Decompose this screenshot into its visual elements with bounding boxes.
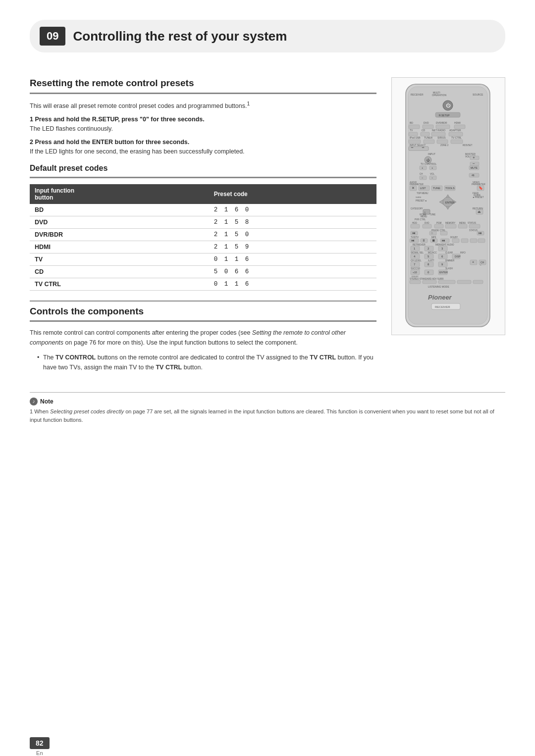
svg-text:CD: CD [422,129,426,132]
svg-text:A.ATT: A.ATT [428,259,434,262]
table-row: CD5 0 6 6 [30,265,376,278]
svg-text:MC/ACC: MC/ACC [428,252,437,254]
input-function-cell: DVD [30,216,209,228]
svg-rect-21 [421,132,429,136]
chapter-header: 09 Controlling the rest of your system [30,20,505,52]
svg-text:−: − [473,161,475,166]
svg-text:HDMI: HDMI [454,121,461,124]
svg-text:−: − [431,176,433,179]
note-text: 1 When Selecting preset codes directly o… [30,407,505,424]
svg-text:MIDNIGHT AUDIO: MIDNIGHT AUDIO [435,244,454,246]
svg-rect-181 [438,280,455,284]
svg-text:LIST: LIST [420,187,426,190]
svg-rect-117 [440,231,447,235]
svg-text:INPUT: INPUT [428,152,435,155]
remote-svg: RECEIVER MULTI OPERATION SOURCE ⏻ R.SETU… [396,82,500,329]
svg-text:ADAPTER: ADAPTER [449,129,461,132]
page-number-area: 82 En [30,737,50,756]
svg-text:STATUS: STATUS [469,229,478,232]
svg-text:MENU: MENU [459,222,466,224]
page-container: 09 Controlling the rest of your system R… [0,20,535,756]
input-function-cell: CD [30,265,209,278]
svg-text:STEREO STANDARD ADV SURR: STEREO STANDARD ADV SURR [410,278,444,280]
svg-text:⏹: ⏹ [432,239,435,242]
svg-rect-27 [409,140,421,144]
chapter-title: Controlling the rest of your system [73,29,287,44]
section-divider [30,301,376,302]
svg-rect-109 [458,224,467,228]
svg-rect-183 [473,280,483,284]
svg-text:DVD: DVD [425,222,429,224]
page-lang: En [36,750,43,756]
col-header-input: Input functionbutton [30,184,209,204]
svg-text:RDS/SET: RDS/SET [463,144,473,147]
table-row: TV CTRL0 1 1 6 [30,278,376,290]
svg-text:⏭: ⏭ [442,239,445,242]
svg-text:PARAMETER: PARAMETER [410,183,424,186]
svg-text:SLASH: SLASH [445,267,453,270]
svg-text:R.SETUP: R.SETUP [439,114,450,117]
svg-text:⏻: ⏻ [446,103,451,108]
svg-text:✕: ✕ [412,186,415,190]
svg-text:⏭: ⏭ [479,231,482,235]
preset-code-cell: 5 0 6 6 [209,265,376,278]
svg-rect-133 [470,239,477,243]
table-row: DVR/BDR2 1 5 0 [30,228,376,241]
svg-rect-13 [423,125,433,129]
svg-rect-107 [434,224,443,228]
svg-text:SUCC/10: SUCC/10 [411,267,421,270]
svg-rect-132 [461,239,468,243]
svg-text:SIRIUS: SIRIUS [437,136,446,139]
svg-text:PVR CTRL: PVR CTRL [415,218,426,221]
input-function-cell: TV CTRL [30,278,209,290]
svg-rect-110 [469,224,480,228]
svg-text:TV CONTROL: TV CONTROL [421,162,436,165]
svg-text:🔖: 🔖 [479,186,483,190]
svg-text:TUNER: TUNER [424,136,433,139]
svg-text:TOOLS: TOOLS [445,187,455,190]
table-row: TV0 1 1 6 [30,253,376,265]
svg-text:PRESET◄: PRESET◄ [416,200,427,202]
svg-text:HDD: HDD [412,222,417,224]
svg-text:MUTE: MUTE [471,166,478,169]
preset-code-cell: 0 1 1 6 [209,278,376,290]
svg-text:RETRIEVER: RETRIEVER [413,244,426,246]
svg-text:46: 46 [472,174,475,177]
svg-text:DISP: DISP [455,255,461,258]
svg-text:SIGNAL SEL: SIGNAL SEL [411,252,424,254]
preset-codes-section: Default preset codes Input functionbutto… [30,163,376,291]
input-function-cell: TV [30,253,209,265]
svg-text:ENTER: ENTER [439,271,448,274]
svg-rect-31 [437,140,448,144]
svg-text:⏮: ⏮ [412,231,416,235]
resetting-title: Resetting the remote control presets [30,77,376,94]
svg-text:SOURCE: SOURCE [473,93,483,96]
note-section: ♪ Note 1 When Selecting preset codes dir… [30,392,505,424]
bullet-tv-control: The TV CONTROL buttons on the remote con… [37,353,376,372]
svg-text:NET RADIO: NET RADIO [432,129,445,132]
svg-text:VOL: VOL [430,173,435,175]
controls-intro: This remote control can control componen… [30,328,376,348]
col-header-code: Preset code [209,184,376,204]
input-function-cell: HDMI [30,241,209,253]
svg-text:ZONE 2: ZONE 2 [440,144,449,147]
note-title: ♪ Note [30,398,505,405]
svg-rect-17 [454,125,465,129]
svg-rect-180 [423,280,436,284]
svg-rect-105 [411,224,420,228]
table-row: HDMI2 1 5 9 [30,241,376,253]
svg-text:⏏: ⏏ [478,210,481,213]
table-row: DVD2 1 5 8 [30,216,376,228]
table-row: BD2 1 6 0 [30,204,376,216]
svg-text:+: + [431,166,433,169]
left-column: Resetting the remote control presets Thi… [30,77,376,372]
svg-text:CH: CH [420,173,423,175]
svg-text:+: + [473,155,475,160]
svg-text:INPUT SELECT: INPUT SELECT [410,144,426,147]
svg-rect-179 [410,280,421,284]
svg-text:PARAMETER: PARAMETER [472,183,485,186]
svg-text:STATUS: STATUS [468,222,476,224]
svg-text:−: − [422,176,424,179]
svg-rect-108 [445,224,456,228]
step1-bold: 1 Press and hold the R.SETUP, press "0" … [30,116,376,123]
